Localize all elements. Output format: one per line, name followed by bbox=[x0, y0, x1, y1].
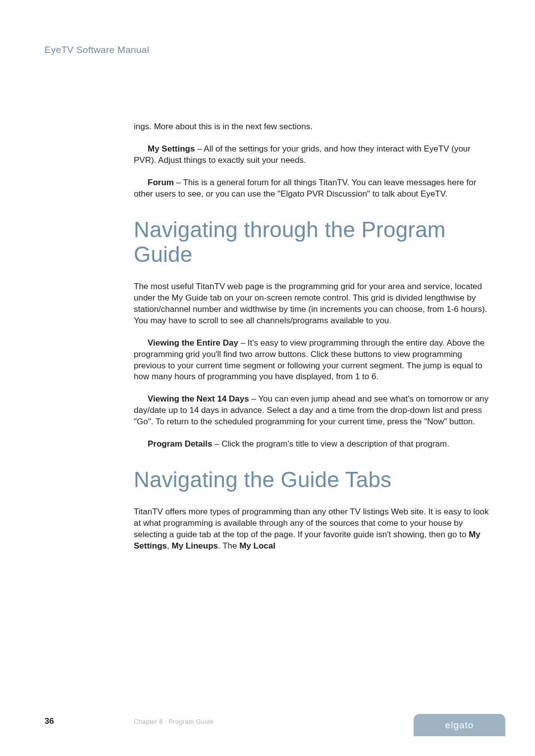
paragraph-entire-day: Viewing the Entire Day – It's easy to vi… bbox=[134, 338, 490, 383]
bold-my-lineups: My Lineups bbox=[172, 541, 218, 551]
bold-program-details: Program Details bbox=[148, 439, 212, 449]
text-guide-tabs-b: , bbox=[167, 541, 171, 551]
paragraph-program-details: Program Details – Click the program's ti… bbox=[134, 439, 490, 450]
bold-my-local: My Local bbox=[239, 541, 275, 551]
heading-navigating-program-guide: Navigating through the Program Guide bbox=[134, 217, 490, 267]
brand-tab: elgato bbox=[414, 714, 505, 736]
paragraph-guide-tabs: TitanTV offers more types of programming… bbox=[134, 506, 490, 552]
bold-entire-day: Viewing the Entire Day bbox=[148, 338, 238, 348]
bold-forum: Forum bbox=[148, 178, 174, 187]
main-content: ings. More about this is in the next few… bbox=[134, 121, 490, 562]
bold-next-14-days: Viewing the Next 14 Days bbox=[148, 394, 249, 403]
paragraph-forum: Forum – This is a general forum for all … bbox=[134, 177, 490, 200]
paragraph-my-settings: My Settings – All of the settings for yo… bbox=[134, 144, 490, 166]
page-number: 36 bbox=[45, 716, 54, 726]
text-program-details-rest: – Click the program's title to view a de… bbox=[212, 439, 449, 449]
text-guide-tabs-c: . The bbox=[218, 541, 239, 551]
heading-navigating-guide-tabs: Navigating the Guide Tabs bbox=[134, 467, 490, 493]
paragraph-continuation: ings. More about this is in the next few… bbox=[134, 121, 490, 133]
text-forum-rest: – This is a general forum for all things… bbox=[134, 178, 476, 199]
chapter-label: Chapter 6 · Program Guide bbox=[134, 718, 214, 725]
paragraph-next-14-days: Viewing the Next 14 Days – You can even … bbox=[134, 394, 490, 428]
bold-my-settings: My Settings bbox=[148, 144, 195, 153]
text-guide-tabs-a: TitanTV offers more types of programming… bbox=[134, 507, 489, 539]
product-name-header: EyeTV Software Manual bbox=[45, 45, 149, 55]
page-footer: 36 Chapter 6 · Program Guide elgato bbox=[45, 711, 490, 726]
paragraph-grid-intro: The most useful TitanTV web page is the … bbox=[134, 281, 490, 327]
